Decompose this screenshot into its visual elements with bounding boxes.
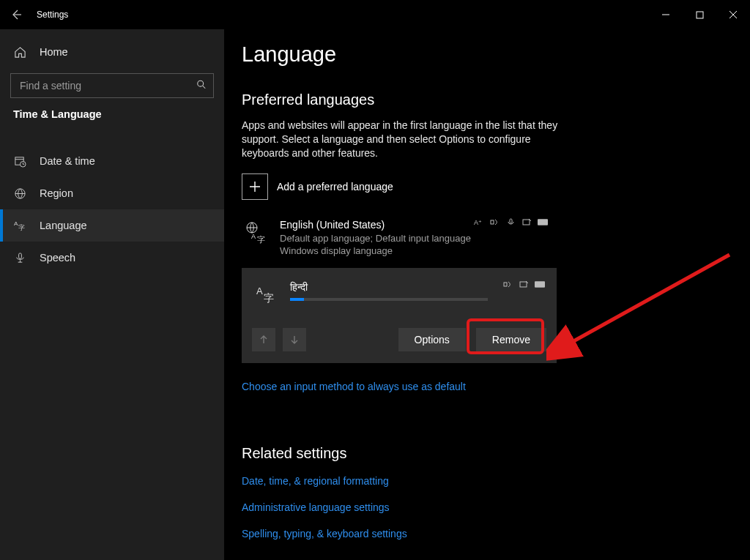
home-icon [13, 45, 26, 59]
svg-text:字: 字 [257, 235, 265, 244]
remove-button[interactable]: Remove [476, 328, 546, 351]
svg-rect-13 [510, 219, 512, 223]
svg-rect-0 [697, 12, 703, 18]
svg-rect-19 [520, 282, 527, 287]
svg-rect-15 [538, 219, 548, 225]
close-button[interactable] [716, 3, 750, 26]
handwriting-icon [519, 280, 529, 290]
annotation-arrow [546, 249, 737, 366]
handwriting-icon [521, 217, 532, 228]
calendar-clock-icon [13, 154, 26, 168]
related-link-spelling[interactable]: Spelling, typing, & keyboard settings [242, 528, 732, 540]
language-subtitle: Default app language; Default input lang… [280, 232, 549, 245]
add-language-label: Add a preferred language [277, 181, 393, 193]
window-controls [649, 3, 750, 26]
language-item-english[interactable]: A 字 English (United States) Default app … [242, 216, 549, 261]
sidebar-item-language[interactable]: A 字 Language [0, 209, 224, 242]
svg-text:A⁺: A⁺ [474, 219, 482, 226]
arrow-down-icon [289, 335, 300, 345]
download-progress [290, 298, 488, 301]
svg-text:字: 字 [264, 292, 274, 304]
sidebar-nav: Date & time Region A 字 Language [0, 133, 224, 274]
keyboard-icon [535, 280, 545, 290]
sidebar-item-speech[interactable]: Speech [0, 242, 224, 274]
add-language-button[interactable] [242, 173, 268, 200]
lang-pack-icon: A⁺ [473, 217, 483, 228]
options-button[interactable]: Options [398, 328, 466, 351]
keyboard-icon [538, 217, 548, 228]
sidebar-item-label: Date & time [40, 155, 95, 167]
minimize-icon [661, 10, 670, 19]
close-icon [729, 10, 738, 19]
back-button[interactable] [9, 7, 23, 22]
related-link-date-time[interactable]: Date, time, & regional formatting [242, 475, 732, 487]
language-item-hindi-card[interactable]: A 字 हिन्दी [242, 268, 557, 363]
arrow-up-icon [259, 335, 269, 345]
svg-rect-20 [535, 282, 545, 288]
settings-window: Settings Home [0, 0, 750, 560]
sidebar-home-label: Home [40, 46, 68, 58]
sidebar-item-label: Language [40, 220, 87, 231]
move-up-button[interactable] [252, 328, 275, 351]
sidebar-home[interactable]: Home [0, 41, 224, 63]
window-title: Settings [37, 10, 68, 20]
language-indicators: A⁺ [473, 217, 548, 228]
sidebar-item-label: Speech [40, 252, 75, 264]
sidebar-search [10, 73, 214, 98]
input-method-link[interactable]: Choose an input method to always use as … [242, 381, 466, 392]
tts-icon [502, 280, 513, 290]
sidebar-item-region[interactable]: Region [0, 177, 224, 209]
speech-icon [505, 217, 516, 228]
plus-icon [249, 181, 261, 193]
search-icon [196, 80, 207, 92]
maximize-icon [696, 11, 704, 19]
language-indicators [502, 280, 545, 290]
minimize-button[interactable] [649, 3, 683, 26]
svg-text:A: A [251, 233, 256, 240]
language-az-icon: A 字 [252, 281, 280, 305]
search-input[interactable] [10, 73, 214, 98]
globe-language-icon: A 字 [242, 219, 270, 258]
related-heading: Related settings [242, 445, 732, 462]
svg-rect-14 [523, 220, 530, 225]
sidebar-section-label: Time & Language [0, 108, 224, 120]
preferred-heading: Preferred languages [242, 92, 732, 108]
move-down-button[interactable] [283, 328, 306, 351]
svg-rect-18 [504, 283, 507, 286]
page-title: Language [242, 42, 732, 67]
arrow-left-icon [10, 9, 22, 20]
add-language-row[interactable]: Add a preferred language [242, 173, 732, 200]
sidebar-item-label: Region [40, 187, 73, 199]
svg-rect-7 [18, 253, 21, 258]
svg-text:字: 字 [18, 224, 25, 231]
microphone-icon [13, 251, 26, 264]
svg-line-21 [568, 255, 729, 344]
main-content: Language Preferred languages Apps and we… [224, 29, 750, 560]
sidebar: Home Time & Language Date & time [0, 29, 224, 560]
title-bar: Settings [0, 0, 750, 29]
language-az-icon: A 字 [13, 219, 26, 232]
related-link-admin[interactable]: Administrative language settings [242, 501, 732, 513]
svg-text:A: A [14, 220, 18, 227]
svg-point-1 [198, 81, 204, 86]
maximize-button[interactable] [683, 3, 716, 26]
globe-icon [13, 187, 26, 200]
preferred-description: Apps and websites will appear in the fir… [242, 119, 571, 160]
sidebar-item-date-time[interactable]: Date & time [0, 145, 224, 177]
language-subtitle2: Windows display language [280, 244, 549, 258]
related-settings: Related settings Date, time, & regional … [242, 445, 732, 540]
svg-text:A: A [256, 285, 263, 296]
svg-rect-12 [491, 220, 494, 224]
tts-icon [489, 217, 500, 228]
